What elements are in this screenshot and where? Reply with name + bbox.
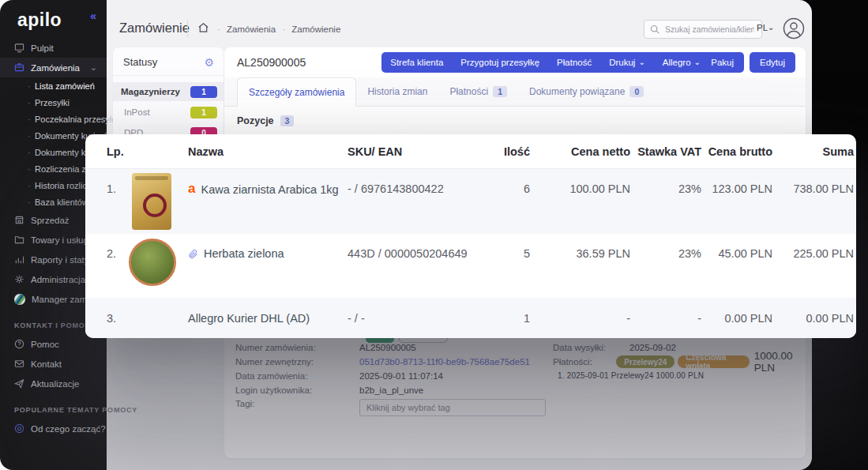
sidebar-subitem-poczekalnia[interactable]: Poczekalnia przesyłek (0, 111, 107, 127)
chevron-down-icon: ⌄ (768, 23, 774, 32)
detail-label: Numer zamówienia: (235, 343, 359, 352)
sidebar-item-label: Od czego zacząć? (31, 424, 106, 434)
order-actions-secondary: Pakuj Edytuj (701, 52, 795, 73)
gross-price-value: 45.00 PLN (701, 234, 772, 260)
table-row[interactable]: 3. Allegro Kurier DHL (AD) - / - 1 - - 0… (85, 298, 856, 338)
sidebar-subitem-lista-zamowien[interactable]: Lista zamówień (0, 77, 107, 94)
tab-szczegoly-zamowienia[interactable]: Szczegóły zamówienia (237, 77, 356, 107)
row-index: 1. (107, 169, 121, 195)
przygotuj-przesylke-button[interactable]: Przygotuj przesyłkę (452, 58, 548, 67)
col-ilosc: Ilość (498, 145, 530, 158)
statusy-header: Statusy ⚙ (113, 47, 224, 76)
tags-input[interactable] (359, 399, 546, 416)
order-details-left: Numer zamówienia: AL250900005 Numer zewn… (235, 340, 546, 413)
sidebar-item-aktualizacje[interactable]: Aktualizacje (0, 374, 107, 393)
apilo-logo: apilo (17, 9, 62, 31)
orders-icon (14, 62, 24, 73)
qty-value: 1 (498, 312, 530, 325)
language-selector[interactable]: PL⌄ (757, 23, 774, 32)
sidebar-item-od-czego-zaczac[interactable]: Od czego zacząć? (0, 419, 107, 438)
sidebar-item-pulpit[interactable]: Pulpit (0, 38, 107, 58)
sidebar-item-label: Administracja (31, 275, 85, 284)
detail-label: Tagi: (235, 399, 359, 408)
product-name[interactable]: Kawa ziarnista Arabica 1kg (201, 183, 338, 196)
chart-icon (14, 254, 24, 265)
home-icon[interactable] (197, 22, 209, 33)
search-icon (650, 24, 659, 34)
user-avatar[interactable] (782, 17, 806, 40)
sku-ean-value: - / - (348, 312, 498, 325)
status-label: Magazynierzy (121, 87, 180, 96)
sidebar-subitem-przesylki[interactable]: Przesyłki (0, 94, 107, 111)
order-tabs: Szczegóły zamówienia Historia zmian Płat… (224, 77, 806, 107)
items-table-popup: Lp. Nazwa SKU/ EAN Ilość Cena netto Staw… (85, 134, 856, 338)
payment-amount: 1000.00 PLN (754, 350, 806, 374)
breadcrumb-separator: · (282, 24, 285, 34)
detail-row: Login użytkownika: b2b_ia_pl_unve (235, 383, 546, 397)
tab-dokumenty-powiazane[interactable]: Dokumenty powiązane0 (518, 77, 655, 106)
sidebar-collapse-icon[interactable]: « (90, 9, 96, 22)
sidebar-item-kontakt[interactable]: Kontakt (0, 354, 107, 374)
gross-price-value: 123.00 PLN (701, 169, 772, 195)
user-login-value: b2b_ia_pl_unve (359, 385, 423, 395)
table-row[interactable]: 2. Herbata zielona 443D / 0000050204649 … (85, 234, 856, 298)
envelope-icon (14, 359, 24, 369)
sidebar-item-label: Towary i usługi (31, 235, 90, 245)
order-search[interactable] (644, 20, 762, 39)
product-image-tea (129, 239, 176, 286)
product-name: Allegro Kurier DHL (AD) (188, 312, 310, 325)
external-number-link[interactable]: 051d73b0-8713-11f0-be9b-7568ae75de51 (359, 357, 530, 367)
row-index: 2. (107, 234, 121, 260)
tab-platnosci[interactable]: Płatności1 (438, 77, 518, 106)
sum-value: 738.00 PLN (772, 169, 854, 195)
platnosc-button[interactable]: Płatność (548, 58, 600, 67)
product-name[interactable]: Herbata zielona (204, 247, 284, 260)
table-row[interactable]: 1. a Kawa ziarnista Arabica 1kg - / 6976… (85, 169, 856, 234)
col-lp: Lp. (107, 145, 121, 158)
sidebar-item-zamowienia[interactable]: Zamówienia ⌄ (0, 58, 107, 77)
breadcrumb-zamowienia[interactable]: Zamówienia (227, 24, 276, 34)
status-row-inpost[interactable]: InPost 1 (113, 103, 224, 122)
sidebar-section-popularne: POPULARNE TEMATY POMOCY (0, 393, 107, 419)
tab-count-badge: 1 (493, 86, 507, 97)
order-title-row: AL250900005 Strefa klienta Przygotuj prz… (224, 47, 806, 78)
sku-ean-value: 443D / 0000050204649 (348, 234, 498, 260)
gear-icon[interactable]: ⚙ (204, 57, 214, 68)
store-icon (14, 215, 24, 225)
title-divider (187, 20, 188, 37)
breadcrumb: · Zamówienia · Zamówienie (213, 24, 340, 34)
order-number-value: AL250900005 (359, 343, 416, 352)
help-icon (14, 339, 24, 349)
sidebar-item-label: Pulpit (31, 43, 54, 53)
qty-value: 5 (498, 234, 530, 260)
product-name-cell: Herbata zielona (188, 234, 348, 260)
detail-label: Data zamówienia: (235, 371, 359, 381)
vat-rate-value: 23% (630, 169, 701, 195)
order-actions-group: Strefa klienta Przygotuj przesyłkę Płatn… (381, 52, 709, 73)
product-name-cell: a Kawa ziarnista Arabica 1kg (188, 169, 348, 196)
target-icon (14, 423, 24, 434)
language-label: PL (757, 23, 768, 32)
drukuj-dropdown[interactable]: Drukuj⌄ (600, 58, 654, 67)
items-table-header: Lp. Nazwa SKU/ EAN Ilość Cena netto Staw… (85, 134, 856, 169)
status-count-badge: 1 (190, 107, 217, 118)
product-image-coffee (132, 173, 171, 230)
sum-value: 0.00 PLN (772, 312, 854, 325)
col-nazwa: Nazwa (188, 145, 348, 158)
search-input[interactable] (663, 24, 756, 35)
edytuj-button[interactable]: Edytuj (750, 52, 795, 73)
allegro-icon: a (188, 182, 195, 195)
col-sku-ean: SKU/ EAN (348, 145, 498, 158)
payments-row: Płatności: Przelewy24 Częściowa wpłata 1… (553, 355, 806, 369)
detail-row: Data zamówienia: 2025-09-01 11:07:14 (235, 369, 546, 383)
strefa-klienta-button[interactable]: Strefa klienta (381, 58, 452, 67)
breadcrumb-zamowienie: Zamówienie (291, 24, 340, 34)
tab-historia-zmian[interactable]: Historia zmian (356, 77, 438, 106)
net-price-value: 100.00 PLN (530, 169, 630, 195)
order-details-right: Data wysyłki: 2025-09-02 Płatności: Prze… (553, 340, 806, 380)
pakuj-button[interactable]: Pakuj (701, 52, 744, 73)
status-row-magazynierzy[interactable]: Magazynierzy 1 (113, 82, 224, 101)
manager-zamowien-logo-icon (14, 294, 25, 305)
detail-label: Login użytkownika: (235, 385, 359, 395)
col-suma: Suma (772, 145, 854, 158)
